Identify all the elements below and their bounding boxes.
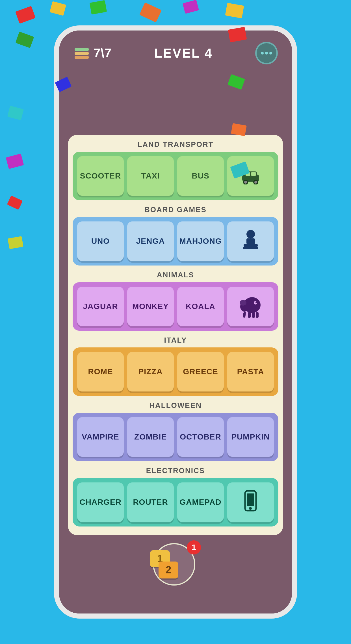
tile-pizza[interactable]: PIZZA	[127, 352, 174, 391]
confetti-piece	[183, 0, 199, 14]
tile-october[interactable]: OCTOBER	[177, 417, 224, 457]
category-electronics: ELECTRONICS CHARGER ROUTER GAMEPAD	[68, 461, 283, 526]
svg-rect-23	[248, 312, 251, 318]
confetti-piece	[7, 106, 24, 120]
tile-scooter[interactable]: SCOOTER	[77, 156, 124, 196]
score-display: 7\7	[94, 46, 112, 60]
category-italy: ITALY ROME PIZZA GREECE PASTA	[68, 331, 283, 396]
tile-phone[interactable]	[227, 482, 274, 522]
level-title: LEVEL 4	[154, 45, 213, 61]
svg-point-14	[246, 230, 255, 238]
confetti-piece	[15, 6, 36, 24]
game-header: 7\7 LEVEL 4	[59, 31, 292, 73]
category-board-games: BOARD GAMES UNO JENGA MAHJONG	[68, 200, 283, 266]
tile-monkey[interactable]: MONKEY	[127, 287, 174, 326]
animals-label: ANIMALS	[73, 266, 278, 282]
notification-badge: 1	[187, 540, 201, 554]
svg-point-3	[261, 52, 264, 55]
svg-rect-9	[251, 172, 256, 176]
animals-row: JAGUAR MONKEY KOALA	[73, 282, 278, 331]
land-transport-label: LAND TRANSPORT	[73, 135, 278, 152]
tile-jenga[interactable]: JENGA	[127, 221, 174, 261]
phone-shell: 7\7 LEVEL 4 LAND TRANSPORT SCOOTER TAXI	[54, 25, 297, 619]
svg-rect-25	[256, 312, 259, 318]
svg-point-28	[249, 507, 252, 510]
game-board: LAND TRANSPORT SCOOTER TAXI BUS	[68, 135, 283, 535]
tile-rome[interactable]: ROME	[77, 352, 124, 391]
score-tile-2: 2	[159, 562, 178, 578]
confetti-piece	[90, 0, 107, 15]
tile-jaguar[interactable]: JAGUAR	[77, 287, 124, 326]
dark-section	[59, 73, 292, 135]
svg-rect-1	[75, 52, 89, 55]
svg-point-22	[240, 300, 246, 306]
svg-rect-27	[247, 493, 254, 506]
land-transport-row: SCOOTER TAXI BUS	[73, 152, 278, 200]
halloween-label: HALLOWEEN	[73, 396, 278, 413]
category-halloween: HALLOWEEN VAMPIRE ZOMBIE OCTOBER PUMPKIN	[68, 396, 283, 461]
electronics-label: ELECTRONICS	[73, 461, 278, 478]
tile-pasta[interactable]: PASTA	[227, 352, 274, 391]
score-widget[interactable]: 1 2 1	[153, 543, 198, 588]
layers-icon	[73, 45, 90, 61]
menu-button[interactable]	[255, 42, 278, 64]
tile-car[interactable]	[227, 156, 274, 196]
halloween-row: VAMPIRE ZOMBIE OCTOBER PUMPKIN	[73, 413, 278, 461]
svg-point-13	[254, 181, 257, 184]
svg-rect-0	[75, 56, 89, 59]
svg-rect-2	[75, 48, 89, 51]
chess-pawn-icon	[241, 229, 261, 254]
tile-greece[interactable]: GREECE	[177, 352, 224, 391]
svg-point-21	[255, 301, 257, 303]
elephant-icon	[238, 294, 263, 319]
tile-taxi[interactable]: TAXI	[127, 156, 174, 196]
tile-vampire[interactable]: VAMPIRE	[77, 417, 124, 457]
italy-label: ITALY	[73, 331, 278, 347]
board-games-label: BOARD GAMES	[73, 200, 278, 217]
category-animals: ANIMALS JAGUAR MONKEY KOALA	[68, 266, 283, 331]
confetti-piece	[139, 3, 162, 23]
confetti-piece	[50, 1, 66, 16]
tile-pumpkin[interactable]: PUMPKIN	[227, 417, 274, 457]
tile-uno[interactable]: UNO	[77, 221, 124, 261]
svg-point-5	[269, 52, 272, 55]
electronics-row: CHARGER ROUTER GAMEPAD	[73, 478, 278, 526]
svg-point-4	[265, 52, 268, 55]
confetti-piece	[7, 195, 23, 210]
tile-bus[interactable]: BUS	[177, 156, 224, 196]
italy-row: ROME PIZZA GREECE PASTA	[73, 347, 278, 396]
tile-zombie[interactable]: ZOMBIE	[127, 417, 174, 457]
tile-chess[interactable]	[227, 221, 274, 261]
tile-gamepad[interactable]: GAMEPAD	[177, 482, 224, 522]
confetti-piece	[8, 236, 23, 249]
svg-rect-8	[246, 172, 250, 176]
tile-mahjong[interactable]: MAHJONG	[177, 221, 224, 261]
svg-rect-16	[244, 244, 258, 247]
category-land-transport: LAND TRANSPORT SCOOTER TAXI BUS	[68, 135, 283, 200]
svg-rect-17	[243, 247, 258, 249]
svg-rect-24	[252, 312, 255, 318]
tile-router[interactable]: ROUTER	[127, 482, 174, 522]
confetti-piece	[225, 3, 244, 18]
confetti-piece	[6, 154, 24, 169]
confetti-piece	[15, 32, 34, 48]
dots-icon	[260, 51, 273, 55]
tile-elephant[interactable]	[227, 287, 274, 326]
bottom-area: 1 2 1	[59, 535, 292, 613]
tile-charger[interactable]: CHARGER	[77, 482, 124, 522]
phone-icon	[243, 489, 258, 515]
car-icon	[239, 167, 262, 184]
tile-koala[interactable]: KOALA	[177, 287, 224, 326]
board-games-row: UNO JENGA MAHJONG	[73, 217, 278, 266]
svg-point-11	[244, 181, 247, 184]
svg-rect-15	[246, 238, 255, 244]
score-badge: 7\7	[73, 45, 112, 61]
